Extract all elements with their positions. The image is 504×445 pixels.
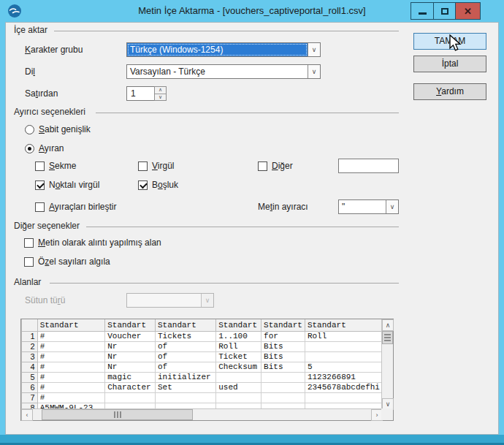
other-separator-input[interactable]: [338, 159, 399, 173]
header-corner: [22, 319, 38, 331]
language-label: Dil: [25, 64, 35, 79]
column-header[interactable]: Standart: [216, 319, 261, 331]
minimize-button[interactable]: [411, 3, 433, 19]
table-cell[interactable]: #: [37, 341, 105, 351]
table-cell[interactable]: Bits: [261, 351, 305, 362]
chevron-down-icon[interactable]: ∨: [386, 200, 398, 213]
table-cell[interactable]: #: [37, 331, 105, 341]
tab-checkbox[interactable]: [35, 161, 45, 171]
vertical-scroll-thumb[interactable]: [382, 331, 393, 344]
column-header[interactable]: Standart: [305, 319, 382, 331]
row-number[interactable]: 1: [22, 331, 38, 341]
space-checkbox[interactable]: [138, 180, 148, 190]
table-cell[interactable]: #: [37, 372, 105, 382]
row-number[interactable]: 5: [22, 372, 38, 382]
table-cell[interactable]: Nr: [105, 341, 156, 351]
separated-by-radio[interactable]: [25, 144, 34, 153]
comma-checkbox[interactable]: [138, 161, 148, 171]
table-cell[interactable]: [156, 392, 216, 403]
horizontal-scrollbar[interactable]: ‹ ›: [21, 408, 383, 420]
table-cell[interactable]: [261, 392, 305, 403]
table-cell[interactable]: of: [156, 341, 216, 351]
table-cell[interactable]: of: [156, 351, 216, 362]
table-cell[interactable]: [105, 392, 156, 403]
close-button[interactable]: ✕: [455, 3, 480, 19]
table-cell[interactable]: Bits: [261, 341, 305, 351]
scroll-up-icon[interactable]: ∧: [382, 319, 394, 331]
text-delimiter-combobox[interactable]: " ∨: [338, 199, 399, 214]
scroll-left-icon[interactable]: ‹: [21, 409, 33, 421]
column-header[interactable]: Standart: [105, 319, 156, 331]
other-checkbox[interactable]: [258, 161, 267, 171]
dialog-body: İçe aktar Karakter grubu Türkçe (Windows…: [5, 22, 499, 435]
table-cell[interactable]: #: [37, 392, 105, 403]
table-cell[interactable]: used: [216, 382, 261, 392]
table-cell[interactable]: Roll: [305, 331, 382, 341]
table-cell[interactable]: Set: [156, 382, 216, 392]
table-cell[interactable]: [305, 351, 382, 362]
quoted-field-as-text-checkbox[interactable]: [24, 238, 34, 248]
spin-down-icon[interactable]: ∨: [155, 94, 166, 101]
from-row-stepper[interactable]: 1 ∧ ∨: [126, 86, 167, 101]
column-header[interactable]: Standart: [261, 319, 305, 331]
row-number[interactable]: 6: [22, 382, 38, 392]
title-bar: Metin İçe Aktarma - [vouchers_captivepor…: [0, 0, 504, 22]
row-number[interactable]: 2: [22, 341, 38, 351]
space-label: Boşluk: [152, 180, 178, 191]
table-cell[interactable]: initializer: [156, 372, 216, 382]
preview-table: StandartStandartStandartStandartStandart…: [21, 319, 383, 410]
maximize-icon: [441, 8, 448, 15]
table-cell[interactable]: for: [261, 331, 305, 341]
row-number[interactable]: 3: [22, 351, 38, 362]
table-cell[interactable]: Nr: [105, 362, 156, 372]
column-header[interactable]: Standart: [156, 319, 216, 331]
row-number[interactable]: 4: [22, 362, 38, 372]
thumb-grip-icon: [114, 411, 121, 418]
from-row-value[interactable]: 1: [126, 86, 154, 101]
table-cell[interactable]: Roll: [216, 341, 261, 351]
chevron-down-icon[interactable]: ∨: [308, 65, 320, 78]
semicolon-checkbox[interactable]: [35, 180, 45, 190]
fixed-width-radio[interactable]: [25, 125, 34, 134]
table-cell[interactable]: [216, 392, 261, 403]
column-header[interactable]: Standart: [37, 319, 105, 331]
mouse-cursor-icon: [448, 34, 464, 52]
table-cell[interactable]: Checksum: [216, 362, 261, 372]
detect-special-numbers-checkbox[interactable]: [24, 257, 34, 267]
merge-delimiters-checkbox[interactable]: [35, 202, 45, 212]
maximize-button[interactable]: [433, 3, 455, 19]
charset-combobox[interactable]: Türkçe (Windows-1254) ∨: [126, 42, 321, 57]
table-cell[interactable]: Ticket: [216, 351, 261, 362]
table-cell[interactable]: [261, 372, 305, 382]
table-cell[interactable]: 2345678abcdefhi: [305, 382, 382, 392]
language-combobox[interactable]: Varsayılan - Türkçe ∨: [126, 64, 321, 79]
chevron-down-icon[interactable]: ∨: [308, 43, 320, 56]
table-cell[interactable]: Voucher: [105, 331, 156, 341]
table-cell[interactable]: Bits: [261, 362, 305, 372]
table-cell[interactable]: magic: [105, 372, 156, 382]
quoted-field-as-text-label: Metin olarak alıntı yapılmış alan: [38, 237, 161, 248]
row-number[interactable]: 7: [22, 392, 38, 403]
vertical-scrollbar[interactable]: ∧ ∨: [381, 319, 393, 410]
column-type-combobox: ∨: [126, 293, 214, 308]
table-cell[interactable]: 1..100: [216, 331, 261, 341]
table-cell[interactable]: #: [37, 382, 105, 392]
spin-up-icon[interactable]: ∧: [155, 87, 166, 94]
horizontal-scroll-thumb[interactable]: [42, 409, 193, 420]
comma-label: Virgül: [152, 161, 174, 172]
table-cell[interactable]: of: [156, 362, 216, 372]
table-cell[interactable]: [216, 372, 261, 382]
table-cell[interactable]: Tickets: [156, 331, 216, 341]
table-cell[interactable]: 5: [305, 362, 382, 372]
thumb-grip-icon: [384, 334, 391, 341]
table-cell[interactable]: #: [37, 362, 105, 372]
table-cell[interactable]: [305, 392, 382, 403]
cancel-button[interactable]: İptal: [413, 56, 486, 72]
table-cell[interactable]: 1123266891: [305, 372, 382, 382]
table-cell[interactable]: Nr: [105, 351, 156, 362]
table-cell[interactable]: [305, 341, 382, 351]
table-cell[interactable]: [261, 382, 305, 392]
table-cell[interactable]: Character: [105, 382, 156, 392]
help-button[interactable]: Yardım: [413, 83, 486, 100]
table-cell[interactable]: #: [37, 351, 105, 362]
